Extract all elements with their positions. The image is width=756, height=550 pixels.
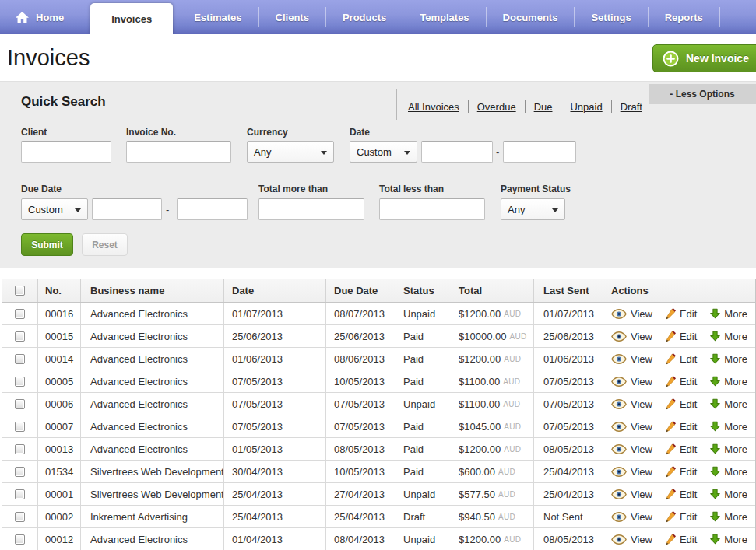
eye-icon: [611, 512, 627, 522]
edit-action[interactable]: Edit: [666, 331, 697, 342]
nav-item-clients[interactable]: Clients: [259, 0, 325, 34]
view-label: View: [631, 376, 652, 387]
filter-link-draft[interactable]: Draft: [621, 101, 642, 113]
nav-label: Documents: [503, 12, 558, 23]
edit-action[interactable]: Edit: [666, 421, 697, 433]
nav-item-templates[interactable]: Templates: [403, 0, 485, 34]
date-from-input[interactable]: [421, 141, 493, 163]
edit-action[interactable]: Edit: [666, 443, 697, 455]
currency-select[interactable]: Any: [247, 141, 334, 163]
row-checkbox[interactable]: [15, 534, 25, 545]
view-action[interactable]: View: [611, 331, 652, 342]
view-action[interactable]: View: [611, 353, 652, 365]
less-options-button[interactable]: - Less Options: [649, 84, 756, 104]
view-label: View: [631, 511, 652, 523]
total-less-input[interactable]: [379, 198, 485, 220]
more-action[interactable]: More: [710, 511, 747, 523]
view-action[interactable]: View: [611, 443, 652, 455]
more-action[interactable]: More: [710, 466, 747, 478]
edit-action[interactable]: Edit: [666, 376, 697, 387]
row-checkbox[interactable]: [15, 354, 25, 364]
row-checkbox[interactable]: [15, 331, 25, 342]
due-date-from-input[interactable]: [92, 198, 162, 220]
more-action[interactable]: More: [710, 443, 747, 455]
view-action[interactable]: View: [611, 308, 652, 320]
filter-link-due[interactable]: Due: [534, 101, 553, 113]
more-action[interactable]: More: [710, 421, 747, 433]
edit-label: Edit: [680, 398, 697, 410]
row-checkbox[interactable]: [15, 399, 25, 409]
row-checkbox[interactable]: [15, 377, 25, 387]
view-action[interactable]: View: [611, 466, 652, 478]
reset-button[interactable]: Reset: [82, 233, 128, 256]
filter-link-overdue[interactable]: Overdue: [477, 101, 516, 113]
actions-cell: View Edit More: [600, 393, 755, 415]
payment-status-select[interactable]: Any: [501, 198, 565, 220]
due-date-to-input[interactable]: [177, 198, 248, 220]
view-action[interactable]: View: [611, 511, 652, 523]
edit-action[interactable]: Edit: [666, 534, 697, 545]
more-action[interactable]: More: [710, 489, 747, 500]
view-action[interactable]: View: [611, 489, 652, 500]
table-row: 00015 Advanced Electronics 25/06/2013 25…: [2, 325, 755, 348]
more-action[interactable]: More: [710, 353, 747, 365]
new-invoice-button[interactable]: New Invoice: [652, 44, 756, 72]
table-row: 00005 Advanced Electronics 07/05/2013 10…: [2, 370, 755, 393]
currency-code: AUD: [504, 355, 521, 363]
due-date-select[interactable]: Custom: [21, 198, 88, 220]
column-header-actions: Actions: [600, 279, 755, 302]
view-action[interactable]: View: [611, 534, 652, 545]
total-cell: $1200.00 AUD: [448, 348, 534, 370]
total-more-input[interactable]: [258, 198, 364, 220]
view-label: View: [631, 353, 652, 365]
nav-item-estimates[interactable]: Estimates: [178, 0, 258, 34]
quick-search-title: Quick Search: [21, 94, 106, 110]
more-action[interactable]: More: [710, 376, 747, 387]
total-cell: $1100.00 AUD: [448, 393, 534, 415]
filter-link-all-invoices[interactable]: All Invoices: [408, 101, 459, 113]
date-select[interactable]: Custom: [350, 141, 417, 163]
edit-action[interactable]: Edit: [666, 489, 697, 500]
more-action[interactable]: More: [710, 398, 747, 410]
edit-action[interactable]: Edit: [666, 466, 697, 478]
more-label: More: [724, 534, 747, 545]
row-checkbox[interactable]: [15, 422, 25, 432]
view-action[interactable]: View: [611, 398, 652, 410]
select-all-checkbox[interactable]: [15, 286, 25, 296]
more-action[interactable]: More: [710, 331, 747, 342]
view-action[interactable]: View: [611, 421, 652, 433]
invoice-no-input[interactable]: [126, 141, 231, 163]
more-action[interactable]: More: [710, 308, 747, 320]
total-cell: $1200.00 AUD: [448, 528, 534, 550]
status-cell: Paid: [392, 325, 448, 347]
arrow-down-icon: [710, 511, 720, 522]
more-action[interactable]: More: [710, 534, 747, 545]
nav-item-home[interactable]: Home: [0, 0, 81, 34]
edit-action[interactable]: Edit: [666, 353, 697, 365]
invoice-no-cell: 00013: [38, 438, 81, 460]
edit-action[interactable]: Edit: [666, 398, 697, 410]
nav-tab-invoices[interactable]: Invoices: [90, 3, 173, 34]
row-checkbox[interactable]: [15, 309, 25, 319]
last-sent-cell: 07/05/2013: [534, 393, 600, 415]
nav-item-settings[interactable]: Settings: [575, 0, 647, 34]
row-checkbox[interactable]: [15, 512, 25, 522]
row-checkbox[interactable]: [15, 467, 25, 477]
submit-button[interactable]: Submit: [21, 233, 73, 256]
row-checkbox[interactable]: [15, 444, 25, 454]
date-to-input[interactable]: [503, 141, 576, 163]
due-date-cell: 25/04/2013: [326, 506, 392, 527]
link-separator: [525, 100, 526, 113]
payment-status-value: Any: [508, 204, 525, 215]
nav-item-reports[interactable]: Reports: [649, 0, 719, 34]
nav-item-documents[interactable]: Documents: [487, 0, 575, 34]
edit-action[interactable]: Edit: [666, 511, 697, 523]
row-checkbox[interactable]: [15, 489, 25, 499]
nav-item-products[interactable]: Products: [326, 0, 403, 34]
last-sent-cell: 25/04/2013: [534, 461, 600, 482]
view-action[interactable]: View: [611, 376, 652, 387]
edit-action[interactable]: Edit: [666, 308, 697, 320]
client-input[interactable]: [21, 141, 111, 163]
currency-code: AUD: [498, 490, 515, 499]
filter-link-unpaid[interactable]: Unpaid: [570, 101, 602, 113]
